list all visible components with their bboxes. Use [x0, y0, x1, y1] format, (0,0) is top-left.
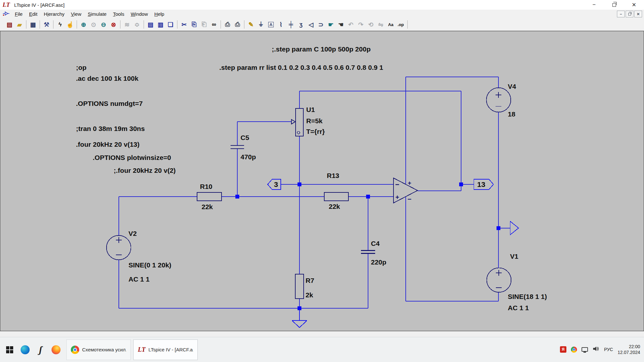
copy-icon[interactable]: ⎘ [189, 20, 199, 29]
r13-name[interactable]: R13 [327, 172, 339, 180]
run-icon[interactable]: ϟ [55, 20, 65, 29]
c5-name[interactable]: C5 [241, 134, 249, 142]
r7-value[interactable]: 2k [306, 291, 313, 299]
net-flag-3[interactable]: 3 [268, 179, 281, 190]
pen-app-taskbar-button[interactable]: ʃ [33, 339, 48, 360]
label-net-icon[interactable]: A [266, 20, 276, 29]
mdi-close-button[interactable]: ✕ [634, 11, 642, 17]
menu-window[interactable]: Window [128, 10, 151, 18]
language-indicator[interactable]: РУС [604, 347, 613, 352]
menu-tools[interactable]: Tools [110, 10, 128, 18]
menu-edit[interactable]: Edit [26, 10, 41, 18]
schematic-canvas[interactable]: − + + − 3 13 [0, 31, 644, 331]
r7-name[interactable]: R7 [306, 277, 314, 284]
toolbar-separator [26, 20, 26, 29]
move-icon[interactable]: ☛ [326, 20, 336, 29]
r13-value[interactable]: 22k [329, 203, 340, 210]
drag-icon[interactable]: ☚ [336, 20, 346, 29]
directive-op[interactable]: ;op [76, 64, 87, 71]
cut-icon[interactable]: ✂ [179, 20, 189, 29]
c4-name[interactable]: C4 [371, 240, 380, 247]
v1-name[interactable]: V1 [510, 253, 518, 260]
v2-ac[interactable]: AC 1 1 [128, 275, 149, 283]
r10-name[interactable]: R10 [200, 183, 213, 190]
cascade-icon[interactable]: ❏ [166, 20, 175, 29]
c5-value[interactable]: 470p [241, 153, 256, 161]
ground-symbol[interactable] [292, 308, 307, 328]
start-button[interactable] [2, 339, 17, 360]
ground-icon[interactable]: ⏚ [256, 20, 266, 29]
open-icon[interactable]: ▰ [14, 20, 24, 29]
directive-ac[interactable]: .ac dec 100 1k 100k [76, 75, 138, 82]
directive-numdgt[interactable]: .OPTIONS numdgt=7 [76, 100, 143, 107]
save-icon[interactable]: ▦ [28, 20, 38, 29]
u1-name[interactable]: U1 [306, 106, 315, 114]
capacitor-c4[interactable] [361, 251, 375, 254]
resistor-r7[interactable] [295, 274, 304, 299]
u1-t[interactable]: T={rr} [306, 128, 325, 135]
output-probe-arrow[interactable] [510, 221, 518, 235]
menu-simulate[interactable]: Simulate [85, 10, 110, 18]
voltage-source-v4[interactable] [486, 88, 511, 112]
zoom-out-icon[interactable]: ⊖ [99, 20, 109, 29]
voltage-source-v1[interactable] [487, 268, 511, 292]
resistor-icon[interactable]: ⌇ [276, 20, 286, 29]
v1-value[interactable]: SINE(18 1 1) [508, 293, 547, 301]
new-schematic-icon[interactable]: ▤ [5, 20, 14, 29]
text-icon[interactable]: Aa [386, 20, 396, 29]
close-button[interactable]: × [624, 0, 644, 10]
menu-hierarchy[interactable]: Hierarchy [41, 10, 68, 18]
ltspice-task-button[interactable]: LT LTspice IV - [ARCF.a... [133, 339, 198, 360]
mdi-minimize-button[interactable]: − [617, 11, 625, 17]
print-icon[interactable]: ⎙ [232, 20, 242, 29]
c4-value[interactable]: 220p [371, 258, 386, 266]
directive-plotwin[interactable]: .OPTIONS plotwinsize=0 [93, 154, 171, 162]
component-icon[interactable]: ⊃ [316, 20, 326, 29]
net-3-label: 3 [274, 180, 278, 189]
voltage-source-v2[interactable] [107, 236, 131, 260]
directive-four-13[interactable]: .four 20kHz 20 v(13) [76, 141, 139, 148]
edge-taskbar-button[interactable] [17, 339, 33, 360]
resistor-r13[interactable] [324, 192, 348, 201]
v1-ac[interactable]: AC 1 1 [508, 304, 529, 312]
menu-help[interactable]: Help [151, 10, 167, 18]
restore-button[interactable] [604, 0, 624, 10]
tray-app-icon[interactable]: Я [560, 346, 566, 353]
inductor-icon[interactable]: ʒ [296, 20, 306, 29]
mdi-restore-button[interactable] [626, 11, 633, 17]
minimize-button[interactable]: − [584, 0, 604, 10]
network-display-icon[interactable] [582, 347, 588, 352]
zoom-back-icon[interactable]: ⊗ [109, 20, 118, 29]
firefox-taskbar-button[interactable] [48, 339, 64, 360]
tray-chrome-icon[interactable] [571, 347, 577, 353]
menu-view[interactable]: View [68, 10, 84, 18]
control-panel-icon[interactable]: ⚒ [42, 20, 52, 29]
speaker-icon[interactable] [592, 346, 600, 353]
v2-name[interactable]: V2 [128, 230, 137, 237]
tile-horizontal-icon[interactable]: ▤ [146, 20, 156, 29]
wire-icon[interactable]: ✎ [246, 20, 256, 29]
print-preview-icon[interactable]: ⎙ [223, 20, 232, 29]
clock[interactable]: 22:00 12.07.2024 [618, 344, 640, 355]
u1-r[interactable]: R=5k [306, 117, 323, 125]
potentiometer-u1[interactable] [291, 108, 303, 136]
capacitor-c5[interactable] [231, 145, 244, 149]
v4-name[interactable]: V4 [508, 83, 516, 90]
directive-step-c[interactable]: ;.step param C 100p 500p 200p [272, 45, 371, 53]
browser-task-button[interactable]: Схемотехника усил... [66, 339, 131, 360]
net-flag-13[interactable]: 13 [474, 179, 494, 190]
find-icon[interactable]: ∞ [209, 20, 219, 29]
v4-value[interactable]: 18 [508, 110, 515, 118]
directive-four-2[interactable]: ;.four 20kHz 20 v(2) [114, 167, 176, 174]
spice-directive-icon[interactable]: .op [396, 20, 406, 29]
zoom-in-icon[interactable]: ⊕ [79, 20, 89, 29]
directive-tran[interactable]: ;tran 0 38m 19m 30ns [76, 125, 145, 133]
tile-vertical-icon[interactable]: ▥ [156, 20, 166, 29]
r10-value[interactable]: 22k [202, 203, 213, 211]
menu-file[interactable]: File [12, 10, 26, 18]
v2-value[interactable]: SINE(0 1 20k) [128, 261, 171, 269]
capacitor-icon[interactable]: ╪ [286, 20, 296, 29]
directive-step-rr[interactable]: .step param rr list 0.1 0.2 0.3 0.4 0.5 … [219, 64, 383, 71]
diode-icon[interactable]: ◁ [306, 20, 316, 29]
resistor-r10[interactable] [197, 192, 222, 201]
